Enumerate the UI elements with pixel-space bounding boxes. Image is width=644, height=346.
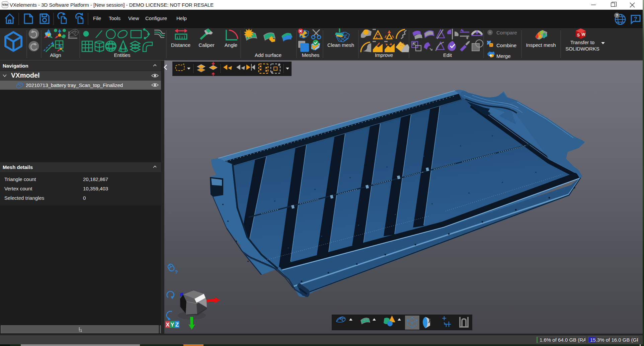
svg-text:Add surface: Add surface xyxy=(255,52,281,58)
svg-text:Y: Y xyxy=(170,322,174,328)
svg-text:Transfer to: Transfer to xyxy=(570,39,594,45)
svg-text:?: ? xyxy=(175,269,178,275)
svg-text:Align: Align xyxy=(50,52,61,58)
svg-text:Inspect mesh: Inspect mesh xyxy=(526,42,556,48)
svg-text:X: X xyxy=(166,322,170,328)
svg-text:W: W xyxy=(581,32,585,37)
svg-text:Z: Z xyxy=(175,322,179,328)
svg-text:S: S xyxy=(577,33,580,37)
svg-text:SOLIDWORKS: SOLIDWORKS xyxy=(565,46,599,52)
svg-text:Compare: Compare xyxy=(496,30,517,35)
svg-text:Improve: Improve xyxy=(375,52,393,58)
svg-text:Entities: Entities xyxy=(114,52,130,58)
svg-text:Angle: Angle xyxy=(225,42,237,48)
svg-text:Caliper: Caliper xyxy=(198,42,215,48)
svg-text:Combine: Combine xyxy=(496,42,516,48)
svg-text:Merge: Merge xyxy=(496,53,511,59)
svg-text:Distance: Distance xyxy=(171,42,190,48)
svg-text:Meshes: Meshes xyxy=(302,52,320,58)
svg-text:?: ? xyxy=(634,16,637,22)
svg-text:Edit: Edit xyxy=(443,52,452,58)
svg-text:?: ? xyxy=(616,13,618,17)
svg-text:Clean mesh: Clean mesh xyxy=(327,42,354,48)
